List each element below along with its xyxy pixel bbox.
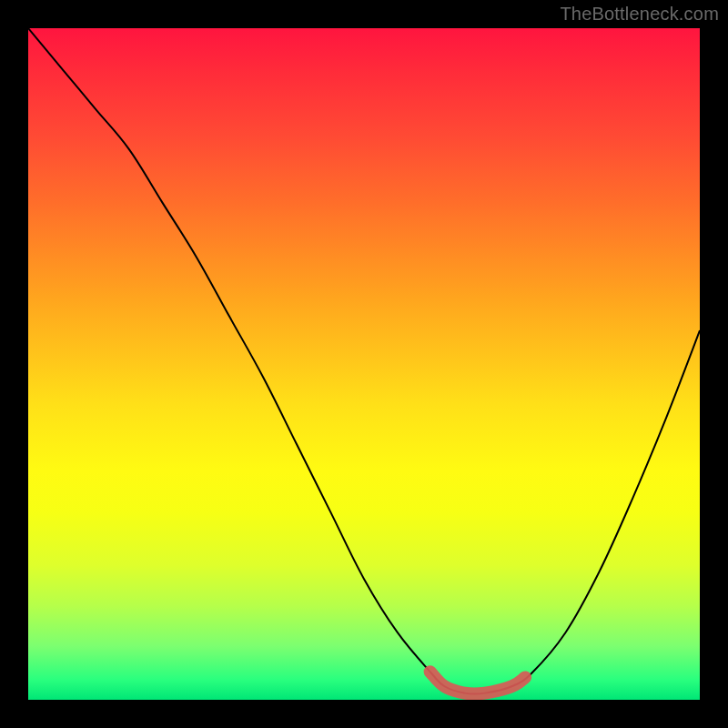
chart-stage: TheBottleneck.com bbox=[0, 0, 728, 728]
watermark-text: TheBottleneck.com bbox=[560, 4, 719, 25]
plot-area bbox=[28, 28, 700, 700]
optimal-zone-band bbox=[430, 672, 526, 693]
bottleneck-curve bbox=[28, 28, 700, 694]
plot-svg bbox=[28, 28, 700, 700]
